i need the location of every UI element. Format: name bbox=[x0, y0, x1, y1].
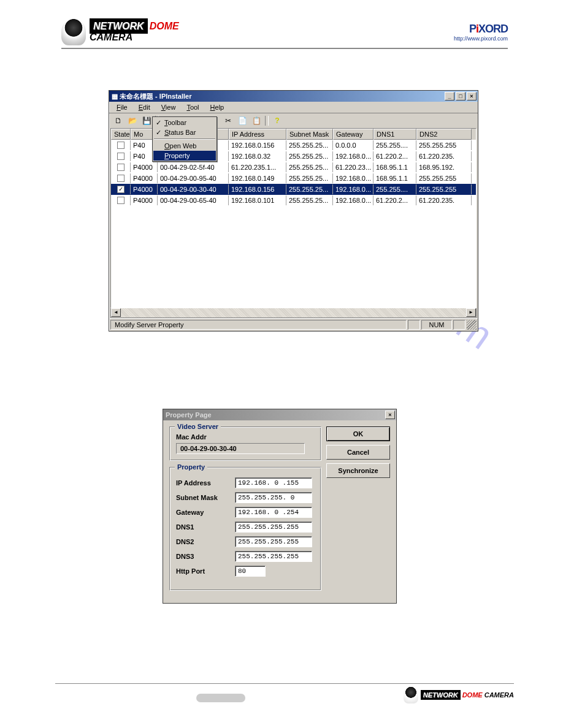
dialog-title: Property Page bbox=[166, 409, 212, 420]
resize-grip-icon[interactable] bbox=[467, 320, 477, 330]
col-dns2[interactable]: DNS2 bbox=[416, 129, 472, 140]
pixord-url: http://www.pixord.com bbox=[454, 36, 508, 42]
dome-text: DOME bbox=[150, 21, 179, 31]
menu-item-statusbar[interactable]: Status Bar bbox=[153, 127, 216, 137]
col-state[interactable]: State bbox=[111, 129, 131, 140]
subnet-label: Subnet Mask bbox=[176, 494, 235, 501]
scroll-right-icon[interactable]: ► bbox=[466, 308, 476, 317]
synchronize-button[interactable]: Synchronize bbox=[326, 463, 390, 478]
table-row[interactable]: P400000-04-29-00-95-40192.168.0.149255.2… bbox=[111, 173, 476, 184]
checkbox[interactable] bbox=[117, 186, 124, 193]
view-dropdown: Toolbar Status Bar Open Web Property bbox=[152, 116, 217, 162]
camera-text: CAMERA bbox=[90, 32, 132, 42]
app-icon: ▦ bbox=[112, 91, 118, 102]
checkbox[interactable] bbox=[117, 142, 124, 149]
dialog-close-button[interactable]: × bbox=[385, 411, 395, 419]
page-header: NETWORK DOME CAMERA PiXORD http://www.pi… bbox=[0, 0, 563, 45]
table-row[interactable]: P400000-04-29-00-65-40192.168.0.101255.2… bbox=[111, 195, 476, 206]
col-gateway[interactable]: Gateway bbox=[333, 129, 373, 140]
menu-view[interactable]: View bbox=[156, 103, 181, 112]
table-row[interactable]: P400000-04-29-00-30-40192.168.0.156255.2… bbox=[111, 184, 476, 195]
dialog-titlebar[interactable]: Property Page × bbox=[163, 409, 396, 420]
scroll-track[interactable] bbox=[121, 308, 466, 317]
logo-left: NETWORK DOME CAMERA bbox=[61, 18, 179, 45]
page-footer: NETWORK DOME CAMERA bbox=[55, 683, 514, 703]
paste-icon[interactable]: 📋 bbox=[250, 115, 263, 127]
ok-button[interactable]: OK bbox=[326, 427, 390, 441]
col-subnet[interactable]: Subnet Mask bbox=[286, 129, 333, 140]
menu-item-openweb[interactable]: Open Web bbox=[153, 141, 216, 151]
dome-icon bbox=[61, 18, 86, 45]
horizontal-scrollbar[interactable]: ◄ ► bbox=[110, 308, 477, 318]
checkbox[interactable] bbox=[117, 175, 124, 182]
help-icon[interactable]: ? bbox=[270, 115, 284, 127]
menu-item-property[interactable]: Property bbox=[153, 151, 216, 161]
http-label: Http Port bbox=[176, 567, 235, 575]
checkbox[interactable] bbox=[117, 153, 124, 160]
cut-icon[interactable]: ✂ bbox=[221, 115, 235, 127]
new-icon[interactable]: 🗋 bbox=[112, 115, 125, 127]
maximize-button[interactable]: □ bbox=[456, 92, 465, 100]
logo-right: PiXORD http://www.pixord.com bbox=[454, 23, 508, 42]
header-rule bbox=[61, 48, 508, 49]
pixord-logo: PiXORD bbox=[454, 23, 508, 36]
property-group: Property IP Address 192.168. 0 .155 Subn… bbox=[169, 467, 321, 591]
gateway-label: Gateway bbox=[176, 509, 235, 516]
checkbox[interactable] bbox=[117, 164, 124, 171]
menu-file[interactable]: File bbox=[112, 103, 132, 112]
col-ip[interactable]: IP Address bbox=[229, 129, 286, 140]
menu-item-toolbar[interactable]: Toolbar bbox=[153, 118, 216, 127]
open-icon[interactable]: 📂 bbox=[126, 115, 139, 127]
dns1-label: DNS1 bbox=[176, 523, 235, 531]
ip-input[interactable]: 192.168. 0 .155 bbox=[235, 477, 312, 488]
menubar: File Edit View Tool Help bbox=[109, 102, 478, 113]
minimize-button[interactable]: _ bbox=[445, 92, 454, 100]
close-button[interactable]: × bbox=[467, 92, 477, 100]
status-spacer bbox=[408, 320, 420, 330]
property-legend: Property bbox=[175, 463, 207, 471]
video-server-legend: Video Server bbox=[175, 423, 221, 430]
video-server-group: Video Server Mac Addr 00-04-29-00-30-40 bbox=[169, 427, 321, 461]
subnet-input[interactable]: 255.255.255. 0 bbox=[235, 492, 312, 503]
status-num: NUM bbox=[421, 320, 452, 330]
dns3-input[interactable]: 255.255.255.255 bbox=[235, 551, 312, 562]
col-dns1[interactable]: DNS1 bbox=[373, 129, 416, 140]
ip-label: IP Address bbox=[176, 479, 235, 487]
save-icon[interactable]: 💾 bbox=[140, 115, 153, 127]
dns2-input[interactable]: 255.255.255.255 bbox=[235, 536, 312, 547]
table-row[interactable]: P400000-04-29-02-5f-4061.220.235.1...255… bbox=[111, 162, 476, 173]
status-spacer2 bbox=[453, 320, 465, 330]
dns3-label: DNS3 bbox=[176, 553, 235, 560]
status-text: Modify Server Property bbox=[110, 320, 407, 330]
dns2-label: DNS2 bbox=[176, 538, 235, 545]
logo-text-block: NETWORK DOME CAMERA bbox=[90, 21, 179, 43]
dns1-input[interactable]: 255.255.255.255 bbox=[235, 521, 312, 533]
checkbox[interactable] bbox=[117, 197, 124, 204]
statusbar: Modify Server Property NUM bbox=[109, 318, 478, 331]
menu-tool[interactable]: Tool bbox=[182, 103, 204, 112]
mac-label: Mac Addr bbox=[176, 433, 315, 441]
gateway-input[interactable]: 192.168. 0 .254 bbox=[235, 507, 312, 518]
copy-icon[interactable]: 📄 bbox=[236, 115, 249, 127]
window-title: 未命名標題 - IPInstaller bbox=[120, 91, 191, 102]
cancel-button[interactable]: Cancel bbox=[326, 445, 390, 460]
dome-icon-small bbox=[404, 686, 418, 703]
menu-edit[interactable]: Edit bbox=[134, 103, 155, 112]
titlebar[interactable]: ▦ 未命名標題 - IPInstaller _ □ × bbox=[109, 91, 478, 102]
property-dialog: Property Page × Video Server Mac Addr 00… bbox=[163, 409, 397, 604]
footer-logo: NETWORK DOME CAMERA bbox=[421, 691, 514, 699]
mac-value: 00-04-29-00-30-40 bbox=[176, 443, 305, 454]
scroll-left-icon[interactable]: ◄ bbox=[111, 308, 121, 317]
menu-help[interactable]: Help bbox=[205, 103, 229, 112]
http-input[interactable]: 80 bbox=[235, 566, 266, 577]
table-body[interactable]: P409-40192.168.0.156255.255.25...0.0.0.0… bbox=[111, 140, 476, 308]
